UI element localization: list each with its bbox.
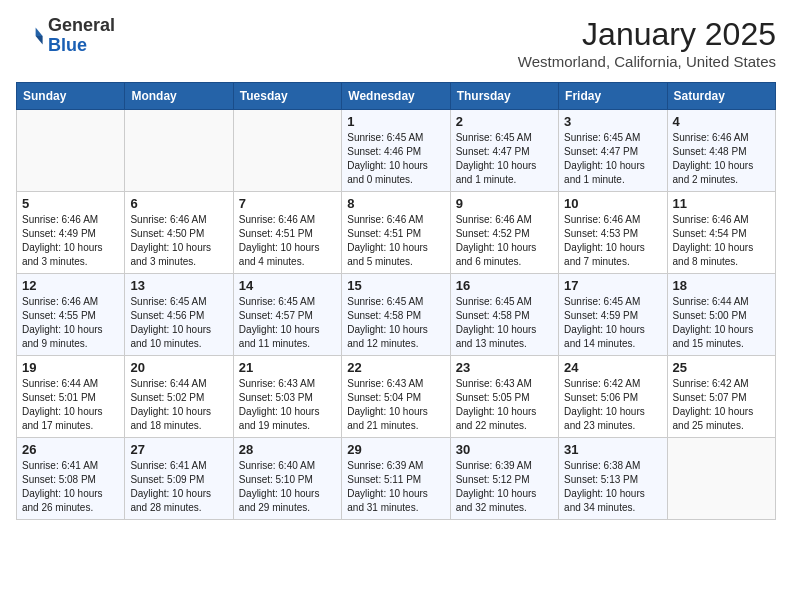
weekday-header-saturday: Saturday (667, 83, 775, 110)
week-row-3: 12Sunrise: 6:46 AM Sunset: 4:55 PM Dayli… (17, 274, 776, 356)
day-info: Sunrise: 6:46 AM Sunset: 4:53 PM Dayligh… (564, 213, 661, 269)
weekday-header-row: SundayMondayTuesdayWednesdayThursdayFrid… (17, 83, 776, 110)
day-number: 25 (673, 360, 770, 375)
logo-general: General (48, 16, 115, 36)
weekday-header-thursday: Thursday (450, 83, 558, 110)
logo: General Blue (16, 16, 115, 56)
calendar-cell: 24Sunrise: 6:42 AM Sunset: 5:06 PM Dayli… (559, 356, 667, 438)
day-info: Sunrise: 6:43 AM Sunset: 5:04 PM Dayligh… (347, 377, 444, 433)
calendar-cell: 31Sunrise: 6:38 AM Sunset: 5:13 PM Dayli… (559, 438, 667, 520)
calendar-cell: 17Sunrise: 6:45 AM Sunset: 4:59 PM Dayli… (559, 274, 667, 356)
calendar-cell: 29Sunrise: 6:39 AM Sunset: 5:11 PM Dayli… (342, 438, 450, 520)
calendar-cell: 6Sunrise: 6:46 AM Sunset: 4:50 PM Daylig… (125, 192, 233, 274)
calendar-cell: 10Sunrise: 6:46 AM Sunset: 4:53 PM Dayli… (559, 192, 667, 274)
day-number: 20 (130, 360, 227, 375)
calendar-cell: 15Sunrise: 6:45 AM Sunset: 4:58 PM Dayli… (342, 274, 450, 356)
weekday-header-friday: Friday (559, 83, 667, 110)
weekday-header-monday: Monday (125, 83, 233, 110)
calendar-cell: 28Sunrise: 6:40 AM Sunset: 5:10 PM Dayli… (233, 438, 341, 520)
day-number: 7 (239, 196, 336, 211)
calendar-cell: 18Sunrise: 6:44 AM Sunset: 5:00 PM Dayli… (667, 274, 775, 356)
day-number: 28 (239, 442, 336, 457)
calendar-cell (233, 110, 341, 192)
day-info: Sunrise: 6:45 AM Sunset: 4:59 PM Dayligh… (564, 295, 661, 351)
day-info: Sunrise: 6:41 AM Sunset: 5:09 PM Dayligh… (130, 459, 227, 515)
location: Westmorland, California, United States (518, 53, 776, 70)
logo-text: General Blue (48, 16, 115, 56)
day-number: 6 (130, 196, 227, 211)
calendar-cell: 11Sunrise: 6:46 AM Sunset: 4:54 PM Dayli… (667, 192, 775, 274)
day-number: 27 (130, 442, 227, 457)
calendar-cell: 25Sunrise: 6:42 AM Sunset: 5:07 PM Dayli… (667, 356, 775, 438)
day-number: 26 (22, 442, 119, 457)
calendar-cell (667, 438, 775, 520)
calendar-cell (17, 110, 125, 192)
week-row-4: 19Sunrise: 6:44 AM Sunset: 5:01 PM Dayli… (17, 356, 776, 438)
day-info: Sunrise: 6:45 AM Sunset: 4:58 PM Dayligh… (456, 295, 553, 351)
calendar-cell: 16Sunrise: 6:45 AM Sunset: 4:58 PM Dayli… (450, 274, 558, 356)
svg-marker-1 (36, 36, 43, 44)
day-number: 22 (347, 360, 444, 375)
day-number: 9 (456, 196, 553, 211)
day-number: 15 (347, 278, 444, 293)
day-number: 1 (347, 114, 444, 129)
day-info: Sunrise: 6:45 AM Sunset: 4:47 PM Dayligh… (564, 131, 661, 187)
calendar-cell: 13Sunrise: 6:45 AM Sunset: 4:56 PM Dayli… (125, 274, 233, 356)
day-number: 4 (673, 114, 770, 129)
day-info: Sunrise: 6:46 AM Sunset: 4:48 PM Dayligh… (673, 131, 770, 187)
day-info: Sunrise: 6:46 AM Sunset: 4:54 PM Dayligh… (673, 213, 770, 269)
day-info: Sunrise: 6:44 AM Sunset: 5:01 PM Dayligh… (22, 377, 119, 433)
day-info: Sunrise: 6:39 AM Sunset: 5:11 PM Dayligh… (347, 459, 444, 515)
day-number: 5 (22, 196, 119, 211)
day-info: Sunrise: 6:43 AM Sunset: 5:03 PM Dayligh… (239, 377, 336, 433)
day-number: 12 (22, 278, 119, 293)
day-info: Sunrise: 6:39 AM Sunset: 5:12 PM Dayligh… (456, 459, 553, 515)
svg-marker-0 (36, 27, 43, 35)
day-number: 16 (456, 278, 553, 293)
month-title: January 2025 (518, 16, 776, 53)
calendar-cell: 8Sunrise: 6:46 AM Sunset: 4:51 PM Daylig… (342, 192, 450, 274)
title-block: January 2025 Westmorland, California, Un… (518, 16, 776, 70)
calendar-cell: 14Sunrise: 6:45 AM Sunset: 4:57 PM Dayli… (233, 274, 341, 356)
day-number: 29 (347, 442, 444, 457)
day-number: 30 (456, 442, 553, 457)
day-info: Sunrise: 6:45 AM Sunset: 4:56 PM Dayligh… (130, 295, 227, 351)
calendar-cell: 4Sunrise: 6:46 AM Sunset: 4:48 PM Daylig… (667, 110, 775, 192)
day-number: 14 (239, 278, 336, 293)
week-row-5: 26Sunrise: 6:41 AM Sunset: 5:08 PM Dayli… (17, 438, 776, 520)
day-info: Sunrise: 6:38 AM Sunset: 5:13 PM Dayligh… (564, 459, 661, 515)
week-row-1: 1Sunrise: 6:45 AM Sunset: 4:46 PM Daylig… (17, 110, 776, 192)
day-number: 17 (564, 278, 661, 293)
day-info: Sunrise: 6:42 AM Sunset: 5:07 PM Dayligh… (673, 377, 770, 433)
day-info: Sunrise: 6:45 AM Sunset: 4:47 PM Dayligh… (456, 131, 553, 187)
day-number: 2 (456, 114, 553, 129)
page-header: General Blue January 2025 Westmorland, C… (16, 16, 776, 70)
day-number: 18 (673, 278, 770, 293)
calendar-cell: 22Sunrise: 6:43 AM Sunset: 5:04 PM Dayli… (342, 356, 450, 438)
day-info: Sunrise: 6:41 AM Sunset: 5:08 PM Dayligh… (22, 459, 119, 515)
day-info: Sunrise: 6:45 AM Sunset: 4:58 PM Dayligh… (347, 295, 444, 351)
day-number: 3 (564, 114, 661, 129)
logo-icon (16, 22, 44, 50)
calendar-cell (125, 110, 233, 192)
day-info: Sunrise: 6:45 AM Sunset: 4:46 PM Dayligh… (347, 131, 444, 187)
calendar-cell: 7Sunrise: 6:46 AM Sunset: 4:51 PM Daylig… (233, 192, 341, 274)
day-info: Sunrise: 6:45 AM Sunset: 4:57 PM Dayligh… (239, 295, 336, 351)
calendar-cell: 26Sunrise: 6:41 AM Sunset: 5:08 PM Dayli… (17, 438, 125, 520)
calendar-cell: 27Sunrise: 6:41 AM Sunset: 5:09 PM Dayli… (125, 438, 233, 520)
calendar-cell: 9Sunrise: 6:46 AM Sunset: 4:52 PM Daylig… (450, 192, 558, 274)
day-info: Sunrise: 6:46 AM Sunset: 4:50 PM Dayligh… (130, 213, 227, 269)
calendar-table: SundayMondayTuesdayWednesdayThursdayFrid… (16, 82, 776, 520)
calendar-cell: 2Sunrise: 6:45 AM Sunset: 4:47 PM Daylig… (450, 110, 558, 192)
calendar-cell: 30Sunrise: 6:39 AM Sunset: 5:12 PM Dayli… (450, 438, 558, 520)
calendar-cell: 5Sunrise: 6:46 AM Sunset: 4:49 PM Daylig… (17, 192, 125, 274)
day-info: Sunrise: 6:46 AM Sunset: 4:51 PM Dayligh… (347, 213, 444, 269)
calendar-cell: 3Sunrise: 6:45 AM Sunset: 4:47 PM Daylig… (559, 110, 667, 192)
day-number: 21 (239, 360, 336, 375)
calendar-cell: 12Sunrise: 6:46 AM Sunset: 4:55 PM Dayli… (17, 274, 125, 356)
calendar-cell: 21Sunrise: 6:43 AM Sunset: 5:03 PM Dayli… (233, 356, 341, 438)
weekday-header-tuesday: Tuesday (233, 83, 341, 110)
day-number: 31 (564, 442, 661, 457)
day-info: Sunrise: 6:46 AM Sunset: 4:55 PM Dayligh… (22, 295, 119, 351)
week-row-2: 5Sunrise: 6:46 AM Sunset: 4:49 PM Daylig… (17, 192, 776, 274)
